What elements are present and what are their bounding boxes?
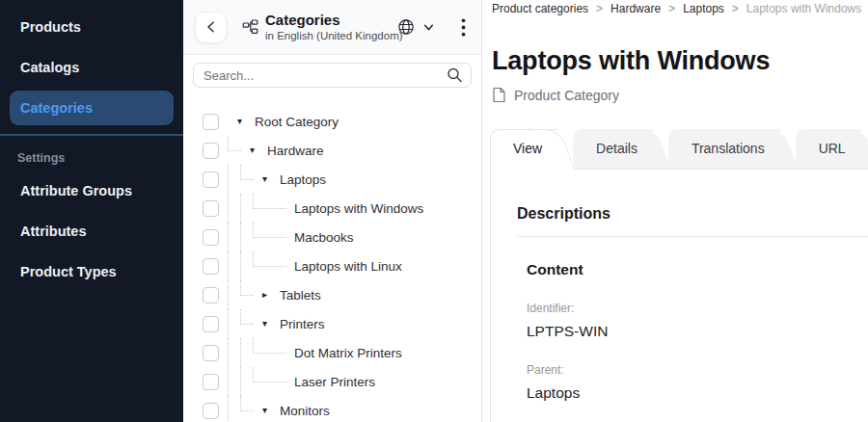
tree-item-label[interactable]: Monitors xyxy=(280,404,330,418)
tree-item-label[interactable]: Hardware xyxy=(267,144,324,158)
tree-connector xyxy=(253,338,265,367)
tab-label: View xyxy=(490,129,575,169)
tree-row-root-category[interactable]: ▾Root Category xyxy=(183,107,481,136)
tab-url[interactable]: URL xyxy=(796,129,868,169)
checkbox[interactable] xyxy=(203,229,219,246)
collapse-arrow-icon[interactable]: ▾ xyxy=(237,117,242,126)
tree-row-dot-matrix-printers[interactable]: Dot Matrix Printers xyxy=(183,338,481,367)
sidebar-item-attribute-groups[interactable]: Attribute Groups xyxy=(10,173,174,208)
tree-toggle[interactable]: ▾ xyxy=(253,319,272,329)
section-title: Descriptions xyxy=(517,205,868,223)
checkbox[interactable] xyxy=(203,345,219,361)
field-parent: Parent:Laptops xyxy=(527,363,868,402)
breadcrumb-separator: > xyxy=(668,2,675,15)
document-icon xyxy=(492,87,506,103)
tree-connector xyxy=(228,223,240,251)
content-group: Content Identifier:LPTPS-WINParent:Lapto… xyxy=(517,261,868,402)
tree-connector xyxy=(265,367,286,396)
tree-row-laptops-with-windows[interactable]: Laptops with Windows xyxy=(183,194,481,223)
tree-row-tablets[interactable]: ▸Tablets xyxy=(183,280,481,309)
tree-item-label[interactable]: Laptops xyxy=(280,172,326,187)
sidebar-item-catalogs[interactable]: Catalogs xyxy=(10,50,174,85)
tree-connector xyxy=(228,309,240,338)
locale-selector[interactable] xyxy=(396,17,435,37)
collapse-arrow-icon[interactable]: ▾ xyxy=(262,406,267,415)
tree-item-label[interactable]: Root Category xyxy=(255,115,339,129)
tab-view[interactable]: View xyxy=(490,129,575,169)
chevron-down-icon xyxy=(422,21,435,34)
back-button[interactable] xyxy=(195,12,227,43)
sidebar-item-product-types[interactable]: Product Types xyxy=(10,254,174,289)
tree-item-label[interactable]: Dot Matrix Printers xyxy=(294,346,402,360)
tree-connector xyxy=(265,338,286,367)
tree-toggle[interactable]: ▾ xyxy=(240,145,259,155)
sidebar-nav: ProductsCatalogsCategories xyxy=(0,0,183,125)
tree-row-hardware[interactable]: ▾Hardware xyxy=(183,136,481,165)
panel-menu-button[interactable] xyxy=(457,16,470,39)
tree-connectors xyxy=(228,280,253,309)
tree-item-label[interactable]: Macbooks xyxy=(294,230,354,245)
breadcrumb-separator: > xyxy=(596,2,603,15)
tab-translations[interactable]: Translations xyxy=(668,129,798,169)
checkbox[interactable] xyxy=(203,316,219,332)
tree-row-macbooks[interactable]: Macbooks xyxy=(183,223,481,251)
search-input[interactable] xyxy=(193,63,472,88)
tree-connector xyxy=(265,194,286,223)
sidebar-item-label: Categories xyxy=(20,100,93,116)
tree-connector xyxy=(228,396,240,422)
checkbox[interactable] xyxy=(203,258,219,275)
tree-row-laptops[interactable]: ▾Laptops xyxy=(183,165,481,194)
tab-bar: ViewDetailsTranslationsURL xyxy=(490,129,868,169)
tree-connector xyxy=(228,165,240,194)
tree-connector xyxy=(240,165,253,194)
breadcrumb-link-hardware[interactable]: Hardware xyxy=(610,2,661,15)
breadcrumb-current: Laptops with Windows xyxy=(746,2,861,15)
tree-row-monitors[interactable]: ▾Monitors xyxy=(183,396,481,422)
checkbox[interactable] xyxy=(203,200,219,217)
tree-connector xyxy=(240,367,253,396)
tree-row-printers[interactable]: ▾Printers xyxy=(183,309,481,338)
collapse-arrow-icon[interactable]: ▾ xyxy=(262,319,267,329)
checkbox[interactable] xyxy=(203,171,219,188)
tree-connector xyxy=(265,223,286,251)
tree-toggle[interactable]: ▾ xyxy=(253,174,272,184)
section-divider xyxy=(517,236,868,237)
checkbox[interactable] xyxy=(203,114,219,130)
checkbox[interactable] xyxy=(203,374,219,390)
tree-row-laser-printers[interactable]: Laser Printers xyxy=(183,367,481,396)
collapse-arrow-icon[interactable]: ▾ xyxy=(262,174,267,184)
chevron-left-icon xyxy=(204,20,218,34)
tree-item-label[interactable]: Tablets xyxy=(280,288,321,303)
checkbox[interactable] xyxy=(203,287,219,303)
sidebar-item-label: Products xyxy=(20,19,81,35)
tree-connector xyxy=(240,338,253,367)
collapse-arrow-icon[interactable]: ▾ xyxy=(250,145,255,155)
sidebar-item-categories[interactable]: Categories xyxy=(10,91,174,125)
sidebar-item-attributes[interactable]: Attributes xyxy=(10,214,174,249)
tree-toggle[interactable]: ▾ xyxy=(228,117,247,126)
tree-toggle[interactable]: ▸ xyxy=(253,290,272,300)
tree-item-label[interactable]: Laptops with Windows xyxy=(294,201,423,216)
panel-title: Categories xyxy=(265,12,403,28)
breadcrumb-link-laptops[interactable]: Laptops xyxy=(683,2,724,15)
checkbox[interactable] xyxy=(203,403,219,419)
tree-item-label[interactable]: Laptops with Linux xyxy=(294,259,402,274)
tab-label: Details xyxy=(573,129,670,169)
tree-toggle[interactable]: ▾ xyxy=(253,406,272,415)
breadcrumb-separator: > xyxy=(732,2,739,15)
checkbox[interactable] xyxy=(203,143,219,159)
tree-connector xyxy=(265,251,286,280)
tree-row-laptops-with-linux[interactable]: Laptops with Linux xyxy=(183,251,481,280)
tab-details[interactable]: Details xyxy=(573,129,670,169)
field-label: Parent: xyxy=(527,363,868,377)
tree-connectors xyxy=(228,194,265,223)
tree-item-label[interactable]: Printers xyxy=(280,317,325,331)
kebab-menu-icon xyxy=(461,18,466,37)
tree-connectors xyxy=(228,136,240,165)
expand-arrow-icon[interactable]: ▸ xyxy=(262,290,267,300)
sidebar-item-label: Attributes xyxy=(20,224,86,239)
tree-item-label[interactable]: Laser Printers xyxy=(294,375,375,389)
breadcrumb-link-product-categories[interactable]: Product categories xyxy=(492,2,588,15)
subsection-title: Content xyxy=(527,261,868,278)
sidebar-item-products[interactable]: Products xyxy=(10,10,174,44)
